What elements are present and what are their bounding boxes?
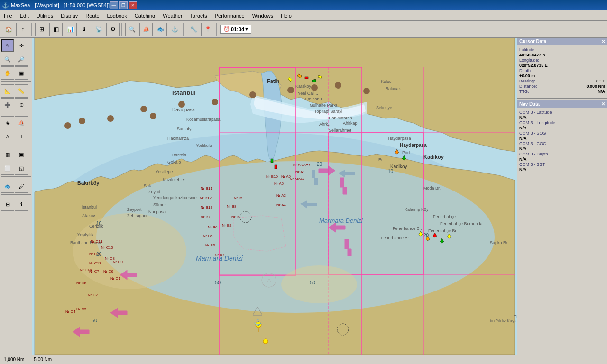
lt-text[interactable]: Ａ <box>1 130 14 143</box>
menu-utilities[interactable]: Utilities <box>33 10 57 20</box>
tb-grid[interactable]: ⊞ <box>35 23 48 36</box>
bearing-value: 0 ° T <box>596 79 605 83</box>
svg-point-150 <box>263 339 268 344</box>
cursor-data-header: Cursor Data ✕ <box>517 38 607 45</box>
tb-fish[interactable]: 🐟 <box>154 23 167 36</box>
com3-depth-label: COM 3 - Depth <box>519 152 548 156</box>
toolbar: 🏠 ↑ ⊞ ◧ 📊 🌡 📡 ⚙ 🔍 ⛵ 🐟 ⚓ 🔧 📍 ⏰ 01:04 ▾ <box>0 21 607 38</box>
svg-text:Moda Br.: Moda Br. <box>423 186 441 191</box>
tb-sep4 <box>216 23 218 36</box>
minimize-button[interactable]: — <box>110 1 118 9</box>
svg-text:Hacihamza: Hacihamza <box>167 136 189 141</box>
com3-cog-label: COM 3 - COG <box>519 141 546 146</box>
latitude-row: Latitude: <box>519 47 605 52</box>
tb-zoom[interactable]: 🔍 <box>125 23 138 36</box>
ttg-label: TTG: <box>519 89 529 94</box>
tb-tools2[interactable]: 🔧 <box>187 23 200 36</box>
svg-text:20: 20 <box>317 162 322 167</box>
svg-text:Nr B10: Nr B10 <box>266 174 278 179</box>
svg-text:Nr C6: Nr C6 <box>76 281 86 285</box>
svg-text:Nr B2: Nr B2 <box>222 223 232 228</box>
tb-anchor[interactable]: ⚓ <box>168 23 181 36</box>
menu-help[interactable]: Help <box>277 10 295 20</box>
restore-button[interactable]: ❐ <box>119 1 128 9</box>
com3-sst-value-row: N/A <box>519 167 605 172</box>
lt-label[interactable]: T <box>15 130 28 143</box>
lt-fish2[interactable]: 🐟 <box>1 180 14 193</box>
svg-point-171 <box>150 113 156 119</box>
latitude-value: 40°58.8477 N <box>519 53 545 57</box>
cursor-data-content: Latitude: 40°58.8477 N Longitude: 028°52… <box>517 45 607 96</box>
svg-text:Nr C3: Nr C3 <box>76 307 86 311</box>
nav-data-close[interactable]: ✕ <box>601 101 605 107</box>
lt-rect[interactable]: ⬜ <box>1 162 14 175</box>
lt-mark[interactable]: 🖊 <box>15 180 28 193</box>
svg-point-170 <box>140 106 147 112</box>
svg-text:Nr C1: Nr C1 <box>110 276 120 281</box>
tb-chart[interactable]: 📊 <box>64 23 77 36</box>
scale-value2: 5.00 Nm <box>34 357 52 362</box>
menu-file[interactable]: File <box>0 10 16 20</box>
time-dropdown[interactable]: ▾ <box>245 26 248 32</box>
lt-zoom-in[interactable]: 🔍 <box>1 53 14 66</box>
svg-text:Kazılmehler: Kazılmehler <box>163 177 185 182</box>
lt-select[interactable]: ▣ <box>15 66 28 80</box>
tb-home[interactable]: 🏠 <box>2 23 15 36</box>
svg-text:Kocamuslafapasa: Kocamuslafapasa <box>186 117 221 122</box>
tb-arrow[interactable]: ↑ <box>16 23 29 36</box>
lt-info[interactable]: ℹ <box>15 198 28 211</box>
menu-weather[interactable]: Weather <box>159 10 186 20</box>
menu-targets[interactable]: Targets <box>186 10 211 20</box>
lt-layers2[interactable]: ⊟ <box>1 198 14 211</box>
svg-point-179 <box>107 115 114 122</box>
svg-text:Sapka Br.: Sapka Br. <box>490 240 508 245</box>
menu-catching[interactable]: Catching <box>131 10 159 20</box>
lt-poly[interactable]: ◱ <box>15 162 28 175</box>
menu-edit[interactable]: Edit <box>16 10 33 20</box>
lt-bearing[interactable]: 📏 <box>15 84 28 98</box>
com3-lat-value: N/A <box>519 115 527 120</box>
svg-text:istanbul: istanbul <box>82 205 97 209</box>
tb-gps[interactable]: 📍 <box>201 23 214 36</box>
lt-waypoint[interactable]: ◈ <box>1 116 14 129</box>
longitude-value-row: 028°52.8735 E <box>519 63 605 68</box>
tb-weather[interactable]: 🌡 <box>78 23 91 36</box>
svg-text:Samatya: Samatya <box>177 127 194 131</box>
com3-sog-value: N/A <box>519 136 527 141</box>
svg-text:50: 50 <box>310 280 315 285</box>
map-area[interactable]: 10 20 50 50 50 20 20 20 Istanbul Davutpa… <box>32 38 517 355</box>
lt-zoom-out[interactable]: 🔎 <box>15 53 28 66</box>
tb-layers[interactable]: ◧ <box>49 23 63 36</box>
lt-plus[interactable]: ➕ <box>1 98 14 111</box>
lt-fill[interactable]: ▣ <box>15 148 28 161</box>
svg-text:Yenidangankazlicesme: Yenidangankazlicesme <box>153 195 197 200</box>
svg-text:Fatih: Fatih <box>267 78 280 84</box>
cursor-data-title: Cursor Data <box>519 39 546 44</box>
time-value: 01:04 <box>231 27 244 32</box>
menu-logbook[interactable]: Logbook <box>103 10 131 20</box>
menu-performance[interactable]: Performance <box>211 10 248 20</box>
nav-data-title: Nav Data <box>519 101 540 107</box>
svg-text:50: 50 <box>215 280 221 285</box>
tb-settings[interactable]: ⚙ <box>106 23 120 36</box>
svg-text:Cankurtaran: Cankurtaran <box>329 116 352 120</box>
lt-measure[interactable]: 📐 <box>1 84 14 98</box>
lt-route2[interactable]: ⛵ <box>15 116 28 129</box>
lt-grid2[interactable]: ▦ <box>1 148 14 161</box>
menu-route[interactable]: Route <box>82 10 103 20</box>
lt-arrow-tool[interactable]: ↖ <box>1 39 14 52</box>
svg-point-12 <box>281 265 357 303</box>
lt-circle[interactable]: ⊙ <box>15 98 28 111</box>
lt-crosshair[interactable]: ✛ <box>15 39 28 52</box>
menu-windows[interactable]: Windows <box>248 10 277 20</box>
svg-text:Seilarahmet: Seilarahmet <box>329 128 352 133</box>
close-button[interactable]: ✕ <box>129 1 137 9</box>
tb-route[interactable]: ⛵ <box>139 23 153 36</box>
cursor-data-close[interactable]: ✕ <box>601 39 605 44</box>
latitude-label: Latitude: <box>519 47 536 52</box>
lt-pan[interactable]: ✋ <box>1 66 14 80</box>
svg-text:Sak...: Sak... <box>144 183 155 188</box>
menu-display[interactable]: Display <box>57 10 82 20</box>
tb-radar[interactable]: 📡 <box>92 23 105 36</box>
left-toolbar: ↖ ✛ 🔍 🔎 ✋ ▣ 📐 📏 ➕ ⊙ ◈ ⛵ Ａ T <box>0 38 32 355</box>
